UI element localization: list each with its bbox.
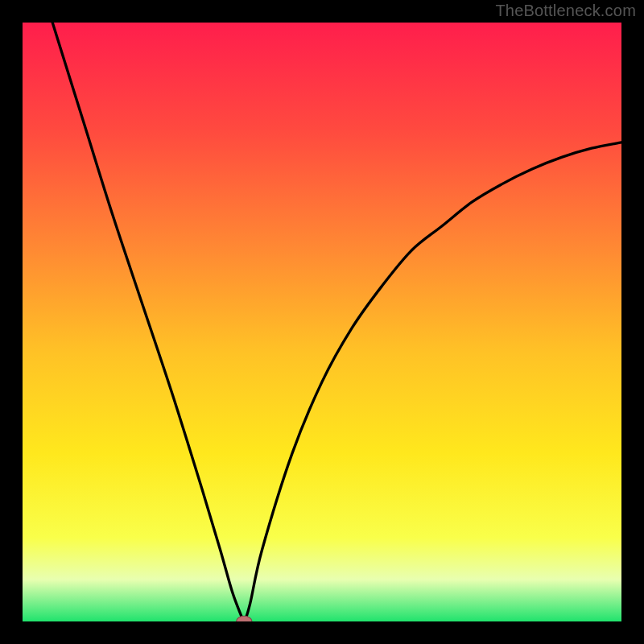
gradient-background	[23, 23, 621, 621]
chart-svg	[23, 23, 621, 621]
plot-area	[23, 23, 621, 621]
chart-frame: TheBottleneck.com	[0, 0, 644, 644]
watermark-text: TheBottleneck.com	[495, 2, 636, 20]
